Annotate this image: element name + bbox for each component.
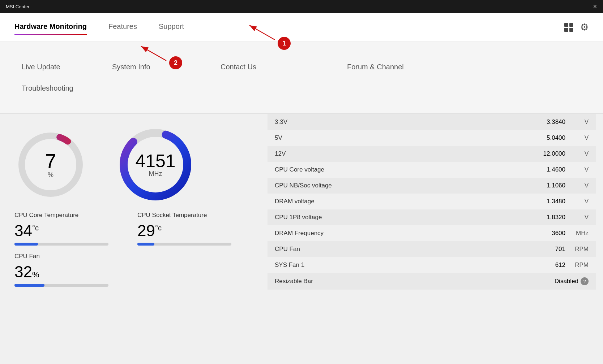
row-9-values: 612 RPM — [536, 261, 589, 269]
table-row: 12V 12.0000 V — [268, 146, 596, 162]
grid-icon[interactable] — [564, 23, 573, 32]
cpu-socket-temp: CPU Socket Temperature 29°c — [137, 212, 231, 246]
row-10-values: Disabled ? — [549, 277, 589, 285]
cpu-freq-value: 4151 MHz — [135, 152, 175, 178]
table-row: DRAM voltage 1.3480 V — [268, 194, 596, 209]
table-row: DRAM Frequency 3600 MHz — [268, 225, 596, 241]
table-row: CPU 1P8 voltage 1.8320 V — [268, 209, 596, 225]
left-panel: 7 % — [0, 114, 268, 364]
help-icon[interactable]: ? — [581, 277, 589, 285]
row-1-values: 5.0400 V — [536, 134, 589, 142]
app-title: MSI Center — [6, 4, 30, 9]
table-row: CPU Fan 701 RPM — [268, 241, 596, 257]
settings-icon[interactable]: ⚙ — [580, 22, 589, 33]
header-actions: ⚙ — [564, 22, 589, 33]
row-6-values: 1.8320 V — [536, 214, 589, 221]
data-table: 3.3V 3.3840 V 5V 5.0400 V 12V 12.0000 — [268, 114, 596, 290]
right-panel: 3.3V 3.3840 V 5V 5.0400 V 12V 12.0000 — [268, 114, 603, 364]
sub-nav-grid: Live Update System Info Contact Us Forum… — [22, 49, 581, 106]
cpu-usage-value: 7 % — [45, 151, 56, 179]
table-row: CPU Core voltage 1.4600 V — [268, 162, 596, 178]
fan-value: 32% — [14, 263, 253, 281]
cpu-socket-temp-bar-fill — [137, 243, 154, 246]
row-8-values: 701 RPM — [536, 246, 589, 253]
main-content: 7 % — [0, 114, 603, 364]
nav-support[interactable]: Support — [159, 22, 184, 32]
table-row: 3.3V 3.3840 V — [268, 114, 596, 130]
row-5-values: 1.3480 V — [536, 198, 589, 205]
subnav-system-info[interactable]: System Info — [112, 60, 221, 74]
nav-features[interactable]: Features — [108, 22, 137, 32]
cpu-freq-gauge: 4151 MHz — [116, 125, 195, 204]
minimize-button[interactable]: — — [582, 4, 587, 9]
cpu-core-temp-bar-fill — [14, 243, 38, 246]
cpu-socket-temp-bar-bg — [137, 243, 231, 246]
window-controls: — ✕ — [582, 4, 597, 9]
fan-bar-bg — [14, 284, 108, 287]
row-0-values: 3.3840 V — [536, 118, 589, 126]
nav-items: Hardware Monitoring Features Support — [14, 22, 184, 32]
subnav-contact-us[interactable]: Contact Us — [221, 60, 347, 74]
table-row: Resizable Bar Disabled ? — [268, 273, 596, 290]
title-bar: MSI Center — ✕ — [0, 0, 603, 13]
cpu-core-temp-bar-bg — [14, 243, 108, 246]
gauges-row: 7 % — [14, 125, 253, 204]
cpu-core-temp: CPU Core Temperature 34°c — [14, 212, 108, 246]
temperature-section: CPU Core Temperature 34°c CPU Socket Tem… — [14, 212, 253, 246]
header-nav: Hardware Monitoring Features Support ⚙ — [0, 13, 603, 42]
fan-bar-fill — [14, 284, 44, 287]
cpu-usage-gauge: 7 % — [14, 129, 87, 201]
fan-section: CPU Fan 32% — [14, 253, 253, 287]
close-button[interactable]: ✕ — [593, 4, 597, 9]
cpu-socket-temp-value: 29°c — [137, 222, 231, 240]
row-3-values: 1.4600 V — [536, 166, 589, 173]
subnav-live-update[interactable]: Live Update — [22, 60, 112, 74]
row-4-values: 1.1060 V — [536, 182, 589, 189]
table-row: SYS Fan 1 612 RPM — [268, 257, 596, 273]
row-7-values: 3600 MHz — [536, 230, 589, 237]
cpu-core-temp-value: 34°c — [14, 222, 108, 240]
nav-hardware-monitoring[interactable]: Hardware Monitoring — [14, 22, 87, 32]
table-row: CPU NB/Soc voltage 1.1060 V — [268, 178, 596, 194]
subnav-troubleshooting[interactable]: Troubleshooting — [22, 81, 112, 95]
row-2-values: 12.0000 V — [536, 150, 589, 157]
table-row: 5V 5.0400 V — [268, 130, 596, 146]
sub-nav: Live Update System Info Contact Us Forum… — [0, 42, 603, 114]
subnav-forum-channel[interactable]: Forum & Channel — [347, 60, 474, 74]
